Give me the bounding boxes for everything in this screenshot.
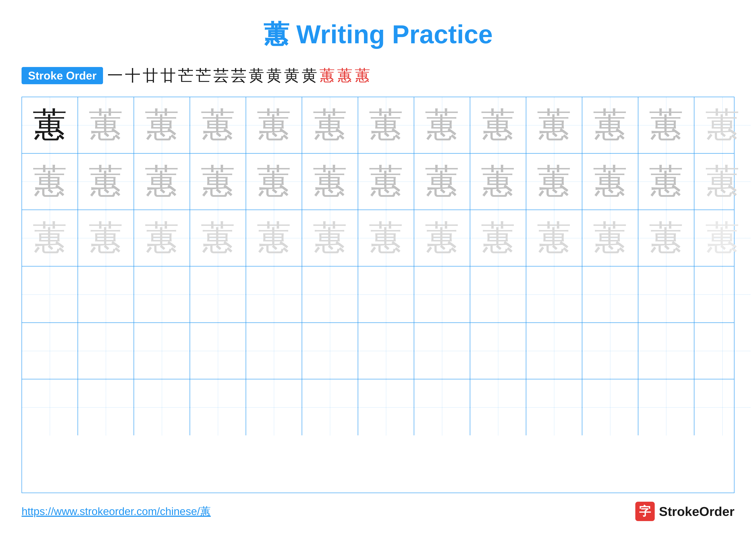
cell-2-1[interactable]: 蕙 — [22, 154, 78, 210]
char-3-5: 蕙 — [257, 221, 291, 255]
cell-5-7[interactable] — [358, 323, 414, 379]
stroke-10: 黄 — [266, 65, 282, 86]
cell-4-6[interactable] — [302, 267, 358, 322]
cell-1-8[interactable]: 蕙 — [414, 97, 470, 153]
cell-2-9[interactable]: 蕙 — [470, 154, 526, 210]
stroke-1: 一 — [107, 65, 123, 86]
stroke-sequence: 一 十 廿 廿 芒 芒 芸 芸 黄 黄 黄 黄 蕙 蕙 蕙 — [107, 65, 370, 86]
cell-1-2[interactable]: 蕙 — [78, 97, 134, 153]
cell-5-4[interactable] — [190, 323, 246, 379]
cell-1-10[interactable]: 蕙 — [526, 97, 582, 153]
char-2-3: 蕙 — [145, 165, 179, 199]
cell-1-13[interactable]: 蕙 — [694, 97, 750, 153]
cell-3-12[interactable]: 蕙 — [638, 210, 694, 266]
cell-1-6[interactable]: 蕙 — [302, 97, 358, 153]
cell-1-11[interactable]: 蕙 — [582, 97, 638, 153]
cell-2-4[interactable]: 蕙 — [190, 154, 246, 210]
cell-5-5[interactable] — [246, 323, 302, 379]
char-2-7: 蕙 — [369, 165, 403, 199]
cell-5-2[interactable] — [78, 323, 134, 379]
cell-1-4[interactable]: 蕙 — [190, 97, 246, 153]
cell-3-3[interactable]: 蕙 — [134, 210, 190, 266]
cell-1-3[interactable]: 蕙 — [134, 97, 190, 153]
cell-3-4[interactable]: 蕙 — [190, 210, 246, 266]
cell-5-13[interactable] — [694, 323, 750, 379]
char-2-5: 蕙 — [257, 165, 291, 199]
cell-4-9[interactable] — [470, 267, 526, 322]
cell-2-12[interactable]: 蕙 — [638, 154, 694, 210]
cell-1-12[interactable]: 蕙 — [638, 97, 694, 153]
cell-3-1[interactable]: 蕙 — [22, 210, 78, 266]
cell-2-8[interactable]: 蕙 — [414, 154, 470, 210]
logo-text: StrokeOrder — [659, 504, 735, 519]
cell-3-11[interactable]: 蕙 — [582, 210, 638, 266]
cell-2-7[interactable]: 蕙 — [358, 154, 414, 210]
cell-4-11[interactable] — [582, 267, 638, 322]
cell-1-9[interactable]: 蕙 — [470, 97, 526, 153]
cell-4-7[interactable] — [358, 267, 414, 322]
stroke-order-row: Stroke Order 一 十 廿 廿 芒 芒 芸 芸 黄 黄 黄 黄 蕙 蕙… — [21, 65, 735, 86]
char-1-9: 蕙 — [481, 108, 515, 142]
stroke-8: 芸 — [231, 65, 247, 86]
cell-2-10[interactable]: 蕙 — [526, 154, 582, 210]
cell-5-11[interactable] — [582, 323, 638, 379]
cell-5-8[interactable] — [414, 323, 470, 379]
cell-4-2[interactable] — [78, 267, 134, 322]
cell-3-6[interactable]: 蕙 — [302, 210, 358, 266]
cell-2-3[interactable]: 蕙 — [134, 154, 190, 210]
cell-3-5[interactable]: 蕙 — [246, 210, 302, 266]
cell-4-12[interactable] — [638, 267, 694, 322]
cell-3-13[interactable]: 蕙 — [694, 210, 750, 266]
char-2-1: 蕙 — [33, 165, 67, 199]
cell-3-9[interactable]: 蕙 — [470, 210, 526, 266]
stroke-15: 蕙 — [355, 65, 370, 86]
cell-6-5[interactable] — [246, 379, 302, 435]
cell-5-10[interactable] — [526, 323, 582, 379]
cell-1-1[interactable]: 蕙 — [22, 97, 78, 153]
cell-4-5[interactable] — [246, 267, 302, 322]
cell-6-11[interactable] — [582, 379, 638, 435]
cell-5-1[interactable] — [22, 323, 78, 379]
cell-3-10[interactable]: 蕙 — [526, 210, 582, 266]
char-2-10: 蕙 — [537, 165, 571, 199]
char-2-6: 蕙 — [313, 165, 347, 199]
cell-1-5[interactable]: 蕙 — [246, 97, 302, 153]
char-1-13: 蕙 — [705, 108, 740, 142]
cell-6-6[interactable] — [302, 379, 358, 435]
cell-2-11[interactable]: 蕙 — [582, 154, 638, 210]
footer-url-link[interactable]: https://www.strokeorder.com/chinese/蕙 — [21, 504, 211, 519]
cell-3-2[interactable]: 蕙 — [78, 210, 134, 266]
stroke-9: 黄 — [249, 65, 264, 86]
cell-4-3[interactable] — [134, 267, 190, 322]
cell-6-7[interactable] — [358, 379, 414, 435]
cell-6-13[interactable] — [694, 379, 750, 435]
cell-2-2[interactable]: 蕙 — [78, 154, 134, 210]
cell-5-12[interactable] — [638, 323, 694, 379]
cell-2-6[interactable]: 蕙 — [302, 154, 358, 210]
stroke-order-badge: Stroke Order — [21, 67, 103, 84]
cell-5-3[interactable] — [134, 323, 190, 379]
cell-4-8[interactable] — [414, 267, 470, 322]
cell-6-12[interactable] — [638, 379, 694, 435]
cell-3-7[interactable]: 蕙 — [358, 210, 414, 266]
char-1-1: 蕙 — [33, 108, 67, 142]
cell-6-10[interactable] — [526, 379, 582, 435]
cell-6-9[interactable] — [470, 379, 526, 435]
cell-4-4[interactable] — [190, 267, 246, 322]
cell-3-8[interactable]: 蕙 — [414, 210, 470, 266]
cell-6-1[interactable] — [22, 379, 78, 435]
char-1-12: 蕙 — [649, 108, 683, 142]
cell-6-2[interactable] — [78, 379, 134, 435]
cell-5-6[interactable] — [302, 323, 358, 379]
cell-2-5[interactable]: 蕙 — [246, 154, 302, 210]
cell-1-7[interactable]: 蕙 — [358, 97, 414, 153]
cell-6-8[interactable] — [414, 379, 470, 435]
cell-2-13[interactable]: 蕙 — [694, 154, 750, 210]
cell-4-10[interactable] — [526, 267, 582, 322]
cell-6-4[interactable] — [190, 379, 246, 435]
cell-5-9[interactable] — [470, 323, 526, 379]
cell-4-13[interactable] — [694, 267, 750, 322]
cell-4-1[interactable] — [22, 267, 78, 322]
char-1-6: 蕙 — [313, 108, 347, 142]
cell-6-3[interactable] — [134, 379, 190, 435]
